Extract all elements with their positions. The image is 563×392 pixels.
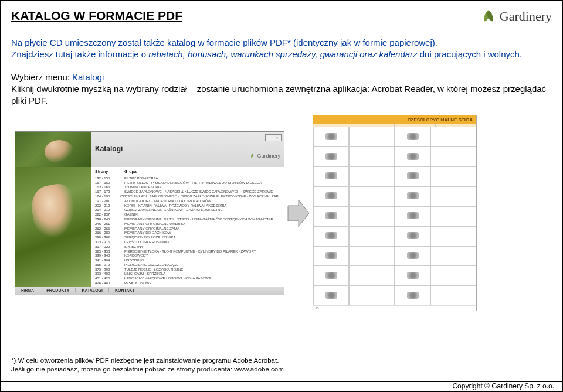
intro-paragraph-1: Na płycie CD umieszczony został także ka… — [11, 37, 552, 49]
pdf-cell — [430, 166, 476, 186]
catalog-row: 290 - 302SPRĘŻYNY DO ROZRUSZNIKA — [95, 236, 280, 240]
menu-instruction-link: Katalogi — [72, 72, 104, 82]
catalog-row: 132 - 156FILTRY POWIETRZA — [95, 176, 280, 181]
pdf-cell — [349, 166, 395, 186]
catalog-row: 317 - 322SPRĘŻYNY — [95, 245, 280, 250]
page-title: KATALOG W FORMACIE PDF — [11, 9, 182, 23]
pdf-page-preview: CZĘŚCI ORYGINALNE STIGA 75 — [313, 115, 477, 311]
app-screenshot: –× Katalogi Gardinery Strony Grupa 132 -… — [15, 131, 284, 295]
pdf-cell — [349, 226, 395, 246]
pdf-cell — [395, 246, 430, 266]
catalog-row: 401 - 425ŁAŃCUCHY NAPĘDOWE I OGNIWA - KO… — [95, 277, 280, 281]
pdf-cell — [395, 226, 430, 246]
col-header-pages: Strony — [95, 169, 124, 173]
catalog-row: 246 - 261MEMBRANY ORYGINALNE WALBRO — [95, 222, 280, 227]
catalog-row: 214 - 219CZĘŚCI ZAMIENNE DO GAŹNIKÓW - G… — [95, 208, 280, 213]
pdf-cell — [395, 127, 430, 146]
col-header-group: Grupa — [124, 169, 280, 173]
catalog-row: 426 - 440PASKI KLINOWE — [95, 281, 280, 286]
window-controls: –× — [265, 134, 282, 141]
catalog-row: 441 - 459KOŁA - OPONY - DĘTKI — [95, 286, 280, 287]
pdf-cell — [313, 127, 349, 146]
catalog-row: 341 - 364USZCZELKI — [95, 258, 280, 263]
pdf-cell — [313, 186, 349, 206]
click-instruction: Kliknij dwukrotnie myszką na wybrany rod… — [11, 83, 552, 107]
arrow-icon — [287, 199, 310, 228]
pdf-cell — [313, 246, 349, 266]
nav-katalogi: KATALOGI — [76, 288, 109, 292]
catalog-row: 373 - 392TULEJE RÓŻNE - ŁOŻYSKA RÓŻNE — [95, 268, 280, 272]
pdf-cell — [395, 166, 430, 186]
pdf-cell — [349, 127, 395, 146]
menu-instruction: Wybierz menu: Katalogi — [11, 71, 552, 83]
pdf-page-number: 75 — [313, 305, 476, 311]
catalog-row: 197 - 201AKUMULATORY - AKCESORIA DO AKUM… — [95, 199, 280, 204]
catalog-row: 339 - 340KORBOWODY — [95, 254, 280, 258]
pdf-cell — [395, 206, 430, 226]
leaf-icon — [481, 9, 496, 24]
catalog-row: 323 - 338PIERŚCIENIE TŁOKA - TŁOKI KOMPL… — [95, 250, 280, 254]
catalog-row: 238 - 245MEMBRANY ORYGINALNE TILLOTSON -… — [95, 217, 280, 222]
app-header-photo — [15, 132, 91, 167]
pdf-cell — [313, 166, 349, 186]
pdf-cell — [313, 265, 349, 285]
intro-paragraph-2: Znajdziesz tutaj także informacje o raba… — [11, 49, 552, 60]
pdf-cell — [395, 146, 430, 166]
pdf-cell — [313, 285, 349, 305]
pdf-cell — [430, 146, 476, 166]
catalog-row: 167 - 173ŚWIECE ZAPŁONOWE - NASADKI & KL… — [95, 190, 280, 195]
pdf-parts-grid — [313, 127, 476, 305]
catalog-row: 222 - 237GAŹNIKI — [95, 213, 280, 217]
pdf-header: CZĘŚCI ORYGINALNE STIGA — [313, 115, 476, 124]
intro-2b-italic: rabatach, bonusach, warunkach sprzedaży,… — [148, 49, 417, 59]
pdf-cell — [430, 246, 476, 266]
catalog-row: 393 - 400LINKI GAZU I SPRZĘGŁA — [95, 272, 280, 277]
catalog-row: 202 - 213KORKI - KRANIKI PALIWA - PRZEWO… — [95, 204, 280, 209]
nav-firma: FIRMA — [15, 288, 40, 292]
svg-marker-0 — [288, 200, 309, 227]
pdf-cell — [395, 285, 430, 305]
pdf-cell — [349, 186, 395, 206]
pdf-cell — [430, 206, 476, 226]
menu-instruction-prefix: Wybierz menu: — [11, 72, 72, 82]
catalog-list: Strony Grupa 132 - 156FILTRY POWIETRZA15… — [91, 167, 284, 287]
catalog-row: 266 - 289MEMBRANY DO GAŹNIKÓW — [95, 231, 280, 236]
intro-2a: Znajdziesz tutaj także informacje o — [11, 49, 148, 59]
minimize-icon: – — [266, 135, 273, 141]
catalog-row: 163 - 166TŁUMIKI I AKCESORIA — [95, 185, 280, 190]
nav-produkty: PRODUKTY — [40, 288, 76, 292]
footnote-1: *) W celu otworzenia plików PDF niezbędn… — [11, 356, 284, 365]
app-section-title: Katalogi — [95, 145, 280, 153]
app-side-photo — [15, 167, 91, 287]
catalog-row: 303 - 316CZĘŚCI DO ROZRUSZNIKA — [95, 240, 280, 245]
catalog-row: 157 - 160FILTRY OLEJU I PRZEKŁADNI BIEGÓ… — [95, 181, 280, 186]
brand-name: Gardinery — [500, 9, 552, 24]
pdf-cell — [430, 186, 476, 206]
pdf-cell — [395, 265, 430, 285]
app-brand-text: Gardinery — [257, 153, 280, 159]
pdf-cell — [430, 265, 476, 285]
pdf-cell — [349, 265, 395, 285]
app-bottom-nav: FIRMA PRODUKTY KATALOGI KONTAKT — [15, 287, 284, 295]
intro-2c: dni pracujących i wolnych. — [418, 49, 522, 59]
catalog-row: 262 - 265MEMBRANY ORYGINALNE ZAMA — [95, 227, 280, 231]
pdf-cell — [395, 186, 430, 206]
pdf-cell — [313, 146, 349, 166]
pdf-cell — [313, 226, 349, 246]
pdf-cell — [349, 285, 395, 305]
pdf-cell — [430, 127, 476, 146]
nav-kontakt: KONTAKT — [109, 288, 141, 292]
pdf-cell — [349, 206, 395, 226]
copyright: Copyright © Gardinery Sp. z o.o. — [452, 382, 554, 390]
pdf-cell — [349, 146, 395, 166]
pdf-cell — [430, 285, 476, 305]
pdf-cell — [430, 226, 476, 246]
leaf-icon — [250, 153, 256, 159]
pdf-cell — [349, 246, 395, 266]
catalog-row: 365 - 372PIERŚCIENIE USZCZELNIAJĄCE — [95, 263, 280, 268]
close-icon: × — [273, 135, 281, 141]
footnote-2: Jeśli go nie posiadasz, można go bezpłat… — [11, 365, 284, 374]
app-brand-small: Gardinery — [250, 153, 280, 159]
pdf-cell — [313, 206, 349, 226]
catalog-row: 174 - 196CZĘŚCI UKŁADU ZAPŁONOWEGO - CEW… — [95, 195, 280, 199]
